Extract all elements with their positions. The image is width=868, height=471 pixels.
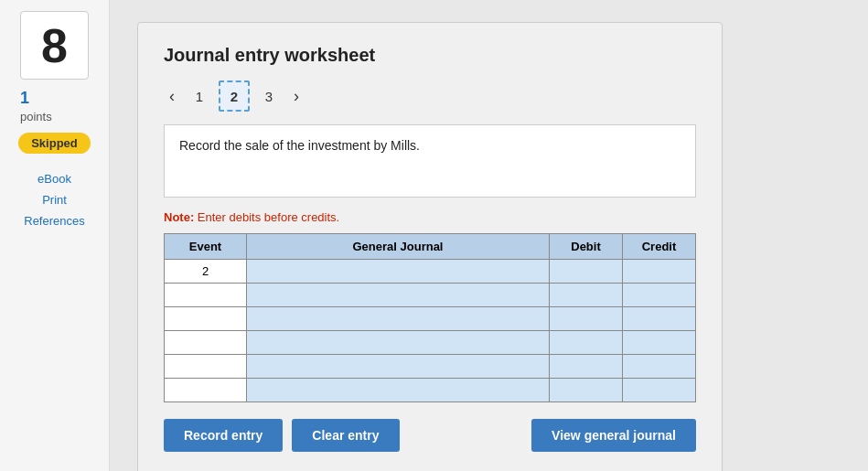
table-row bbox=[165, 355, 696, 379]
debit-input-cell[interactable] bbox=[550, 355, 623, 379]
event-cell bbox=[165, 307, 247, 331]
references-link[interactable]: References bbox=[24, 214, 84, 228]
col-header-event: Event bbox=[165, 234, 247, 260]
note-label: Note: bbox=[164, 210, 194, 224]
gj-input-2[interactable] bbox=[247, 307, 549, 330]
gj-input-cell[interactable] bbox=[247, 379, 550, 402]
problem-number: 8 bbox=[41, 18, 68, 73]
table-row: 2 bbox=[165, 260, 696, 284]
debit-input-5[interactable] bbox=[550, 379, 622, 401]
credit-input-4[interactable] bbox=[623, 355, 695, 378]
credit-input-cell[interactable] bbox=[623, 307, 696, 331]
points-value: 1 bbox=[20, 89, 29, 108]
credit-input-cell[interactable] bbox=[623, 284, 696, 307]
problem-number-box: 8 bbox=[20, 11, 89, 80]
debit-input-cell[interactable] bbox=[550, 260, 623, 284]
debit-input-2[interactable] bbox=[550, 307, 622, 330]
debit-input-4[interactable] bbox=[550, 355, 622, 378]
ebook-link[interactable]: eBook bbox=[38, 172, 71, 186]
next-tab-arrow[interactable]: › bbox=[288, 85, 305, 108]
col-header-gj: General Journal bbox=[247, 234, 550, 260]
prev-tab-arrow[interactable]: ‹ bbox=[164, 85, 180, 108]
debit-input-cell[interactable] bbox=[550, 379, 623, 402]
debit-input-3[interactable] bbox=[550, 331, 622, 354]
table-row bbox=[165, 284, 696, 307]
gj-input-3[interactable] bbox=[247, 331, 549, 354]
worksheet-container: Journal entry worksheet ‹ 1 2 3 › Record… bbox=[137, 22, 723, 471]
table-row bbox=[165, 331, 696, 355]
gj-input-5[interactable] bbox=[247, 379, 549, 401]
event-cell bbox=[165, 355, 247, 379]
debit-input-cell[interactable] bbox=[550, 307, 623, 331]
instruction-text: Record the sale of the investment by Mil… bbox=[179, 138, 420, 153]
note-content: Enter debits before credits. bbox=[198, 210, 339, 224]
gj-input-cell[interactable] bbox=[247, 331, 550, 355]
clear-entry-button[interactable]: Clear entry bbox=[292, 419, 399, 452]
tab-navigation: ‹ 1 2 3 › bbox=[164, 80, 696, 112]
credit-input-cell[interactable] bbox=[623, 331, 696, 355]
credit-input-2[interactable] bbox=[623, 307, 695, 330]
event-cell bbox=[165, 379, 247, 402]
credit-input-0[interactable] bbox=[623, 260, 695, 283]
tab-2[interactable]: 2 bbox=[219, 80, 250, 112]
tab-1[interactable]: 1 bbox=[184, 80, 215, 112]
note-text: Note: Enter debits before credits. bbox=[164, 210, 696, 224]
gj-input-cell[interactable] bbox=[247, 355, 550, 379]
journal-table: Event General Journal Debit Credit 2 bbox=[164, 233, 696, 402]
event-cell bbox=[165, 284, 247, 307]
gj-input-cell[interactable] bbox=[247, 260, 550, 284]
credit-input-cell[interactable] bbox=[623, 260, 696, 284]
credit-input-3[interactable] bbox=[623, 331, 695, 354]
gj-input-1[interactable] bbox=[247, 284, 549, 306]
record-entry-button[interactable]: Record entry bbox=[164, 419, 283, 452]
gj-input-cell[interactable] bbox=[247, 284, 550, 307]
button-row: Record entry Clear entry View general jo… bbox=[164, 419, 696, 452]
sidebar: 8 1 points Skipped eBook Print Reference… bbox=[0, 0, 110, 471]
event-cell: 2 bbox=[165, 260, 247, 284]
table-row bbox=[165, 379, 696, 402]
table-row bbox=[165, 307, 696, 331]
col-header-credit: Credit bbox=[623, 234, 696, 260]
gj-input-4[interactable] bbox=[247, 355, 549, 378]
points-label: points bbox=[20, 110, 52, 123]
view-general-journal-button[interactable]: View general journal bbox=[531, 419, 696, 452]
credit-input-1[interactable] bbox=[623, 284, 695, 306]
credit-input-cell[interactable] bbox=[623, 379, 696, 402]
debit-input-0[interactable] bbox=[550, 260, 622, 283]
event-cell bbox=[165, 331, 247, 355]
tab-3[interactable]: 3 bbox=[253, 80, 284, 112]
debit-input-cell[interactable] bbox=[550, 331, 623, 355]
credit-input-cell[interactable] bbox=[623, 355, 696, 379]
credit-input-5[interactable] bbox=[623, 379, 695, 401]
debit-input-1[interactable] bbox=[550, 284, 622, 306]
debit-input-cell[interactable] bbox=[550, 284, 623, 307]
gj-input-cell[interactable] bbox=[247, 307, 550, 331]
main-content: Journal entry worksheet ‹ 1 2 3 › Record… bbox=[110, 0, 868, 471]
print-link[interactable]: Print bbox=[42, 193, 67, 207]
gj-input-0[interactable] bbox=[247, 260, 549, 283]
worksheet-title: Journal entry worksheet bbox=[164, 45, 696, 66]
col-header-debit: Debit bbox=[550, 234, 623, 260]
status-badge: Skipped bbox=[18, 133, 91, 154]
instruction-box: Record the sale of the investment by Mil… bbox=[164, 124, 696, 198]
